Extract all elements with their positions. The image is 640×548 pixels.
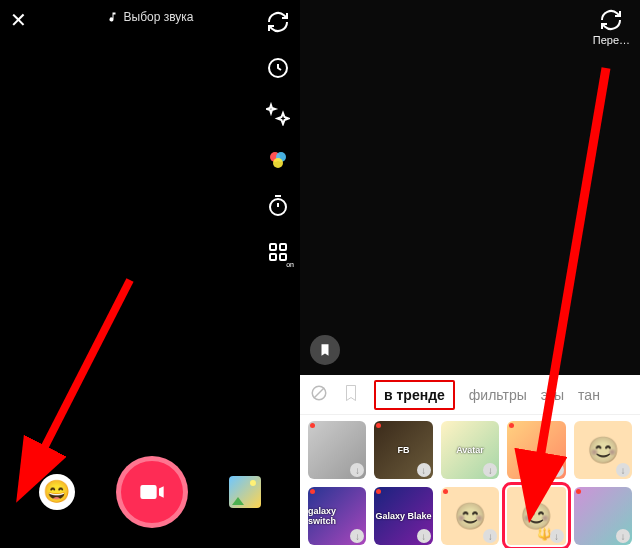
select-sound-button[interactable]: Выбор звука: [107, 10, 194, 24]
bookmark-tab[interactable]: [342, 384, 360, 406]
new-badge-dot: [509, 423, 514, 428]
flip-camera-button[interactable]: [264, 8, 292, 36]
bookmark-icon: [318, 343, 332, 357]
download-icon: ↓: [616, 529, 630, 543]
flip-icon: [599, 8, 623, 32]
tab-dance-partial[interactable]: тан: [578, 387, 600, 403]
effect-label: Avatar: [456, 445, 484, 455]
effect-item-7[interactable]: ↓: [441, 487, 499, 545]
sparkle-icon: [266, 102, 290, 126]
flip-label: Пере…: [593, 34, 630, 46]
flip-icon: [266, 10, 290, 34]
download-icon: ↓: [417, 529, 431, 543]
speed-button[interactable]: on: [264, 54, 292, 82]
effect-item-3[interactable]: ↓: [507, 421, 565, 479]
svg-line-11: [314, 387, 325, 398]
effect-category-tabs: в тренде фильтры эты тан: [300, 375, 640, 415]
camera-preview: Пере…: [300, 0, 640, 375]
effects-button[interactable]: 😄: [39, 474, 75, 510]
svg-rect-5: [270, 244, 276, 250]
svg-rect-8: [280, 254, 286, 260]
download-icon: ↓: [616, 463, 630, 477]
tab-filters[interactable]: фильтры: [469, 387, 527, 403]
new-badge-dot: [376, 489, 381, 494]
svg-rect-6: [280, 244, 286, 250]
download-icon: ↓: [350, 529, 364, 543]
camera-bottom-bar: 😄: [0, 456, 300, 528]
download-icon: ↓: [483, 529, 497, 543]
svg-rect-7: [270, 254, 276, 260]
download-icon: ↓: [350, 463, 364, 477]
filter-circles-icon: [266, 148, 290, 172]
flip-camera-button-right[interactable]: Пере…: [593, 8, 630, 46]
speed-icon: [266, 56, 290, 80]
saved-effects-button[interactable]: [310, 335, 340, 365]
effect-item-6[interactable]: Galaxy Blake↓: [374, 487, 432, 545]
filters-button[interactable]: [264, 146, 292, 174]
effects-screen-right: Пере… в тренде фильтры эты тан ↓FB↓Avata…: [300, 0, 640, 548]
camera-screen-left: ✕ Выбор звука on: [0, 0, 300, 548]
effect-label: FB: [398, 445, 410, 455]
new-badge-dot: [576, 489, 581, 494]
select-sound-label: Выбор звука: [124, 10, 194, 24]
effect-label: galaxy switch: [308, 506, 366, 526]
bookmark-icon: [342, 384, 360, 402]
download-icon: ↓: [550, 463, 564, 477]
tab-effects-partial[interactable]: эты: [541, 387, 564, 403]
svg-line-9: [38, 280, 130, 460]
new-badge-dot: [376, 423, 381, 428]
effect-item-5[interactable]: galaxy switch↓: [308, 487, 366, 545]
effect-item-4[interactable]: ↓: [574, 421, 632, 479]
download-icon: ↓: [483, 463, 497, 477]
effects-face-icon: 😄: [43, 479, 70, 505]
close-button[interactable]: ✕: [10, 8, 27, 32]
cancel-icon: [310, 384, 328, 402]
effect-item-2[interactable]: Avatar↓: [441, 421, 499, 479]
effect-item-1[interactable]: FB↓: [374, 421, 432, 479]
new-badge-dot: [443, 489, 448, 494]
beauty-button[interactable]: [264, 100, 292, 128]
music-note-icon: [107, 11, 119, 23]
annotation-arrow-left: [20, 270, 150, 484]
no-effect-tab[interactable]: [310, 384, 328, 406]
svg-point-3: [273, 158, 283, 168]
tab-trending[interactable]: в тренде: [384, 387, 445, 403]
download-icon: ↓: [417, 463, 431, 477]
timer-icon: [266, 194, 290, 218]
tab-highlight-annotation: в тренде: [374, 380, 455, 410]
gallery-button[interactable]: [229, 476, 261, 508]
effect-item-0[interactable]: ↓: [308, 421, 366, 479]
effect-item-8[interactable]: 🔱↓: [507, 487, 565, 545]
record-button[interactable]: [116, 456, 188, 528]
video-camera-icon: [138, 478, 166, 506]
new-badge-dot: [310, 489, 315, 494]
effects-grid: ↓FB↓Avatar↓↓↓galaxy switch↓Galaxy Blake↓…: [300, 415, 640, 548]
camera-tools-column: on: [264, 8, 292, 266]
new-badge-dot: [310, 423, 315, 428]
timer-button[interactable]: [264, 192, 292, 220]
download-icon: ↓: [550, 529, 564, 543]
effect-item-9[interactable]: ↓: [574, 487, 632, 545]
effect-label: Galaxy Blake: [376, 511, 432, 521]
